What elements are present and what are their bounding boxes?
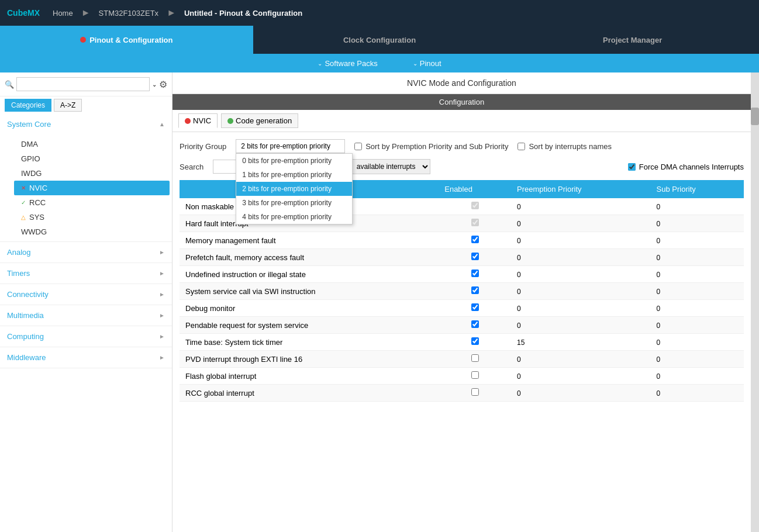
interrupt-enabled-checkbox-11[interactable] [471, 388, 479, 396]
section-header-connectivity[interactable]: Connectivity ► [0, 284, 172, 305]
interrupt-preemption-2[interactable] [511, 232, 651, 249]
interrupt-preemption-9[interactable] [511, 351, 651, 368]
table-row: System service call via SWI instruction [180, 283, 744, 300]
table-row: Undefined instruction or illegal state [180, 266, 744, 283]
interrupt-preemption-4[interactable] [511, 266, 651, 283]
interrupt-sub-1[interactable] [651, 215, 744, 232]
dropdown-item-1[interactable]: 1 bits for pre-emption priority [236, 168, 352, 182]
dropdown-item-2[interactable]: 2 bits for pre-emption priority [236, 182, 352, 196]
breadcrumb-home[interactable]: Home [47, 6, 79, 20]
search-input[interactable] [16, 77, 150, 91]
tab-categories[interactable]: Categories [5, 99, 51, 112]
interrupt-sub-5[interactable] [651, 283, 744, 300]
interrupt-enabled-checkbox-9[interactable] [471, 354, 479, 362]
table-row: PVD interrupt through EXTI line 16 [180, 351, 744, 368]
interrupt-sub-7[interactable] [651, 317, 744, 334]
sidebar-item-sys[interactable]: △ SYS [14, 210, 172, 224]
interrupt-enabled-checkbox-10[interactable] [471, 371, 479, 379]
sidebar-item-nvic[interactable]: ✕ NVIC [14, 181, 170, 195]
interrupt-preemption-5[interactable] [511, 283, 651, 300]
interrupt-preemption-0[interactable] [511, 198, 651, 215]
interrupt-enabled-checkbox-0[interactable] [471, 202, 479, 209]
dropdown-item-3[interactable]: 3 bits for pre-emption priority [236, 196, 352, 210]
tab-project-manager[interactable]: Project Manager [506, 26, 759, 54]
section-header-multimedia[interactable]: Multimedia ► [0, 305, 172, 326]
sort-interrupts-group: Sort by interrupts names [518, 142, 612, 151]
sidebar-item-iwdg[interactable]: IWDG [14, 166, 172, 181]
sort-interrupts-checkbox[interactable] [518, 143, 525, 150]
interrupt-enabled-checkbox-3[interactable] [471, 253, 479, 260]
priority-group-select[interactable]: 0 bits for pre-emption priority 1 bits f… [236, 139, 345, 153]
item-label-wwdg: WWDG [21, 227, 47, 236]
interrupt-enabled-cell-0 [439, 198, 511, 215]
sidebar: 🔍 ⌄ ⚙ Categories A->Z System Core ▲ DMA … [0, 72, 172, 532]
interrupt-sub-6[interactable] [651, 300, 744, 317]
section-header-computing[interactable]: Computing ► [0, 326, 172, 347]
force-dma-checkbox[interactable] [628, 163, 636, 171]
interrupt-sub-3[interactable] [651, 249, 744, 266]
interrupt-preemption-8[interactable] [511, 334, 651, 351]
tab-clock-config[interactable]: Clock Configuration [253, 26, 506, 54]
right-scrollbar[interactable] [751, 72, 759, 532]
config-tab-nvic[interactable]: NVIC [178, 113, 218, 128]
interrupt-sub-2[interactable] [651, 232, 744, 249]
interrupt-enabled-checkbox-5[interactable] [471, 286, 479, 294]
section-header-middleware[interactable]: Middleware ► [0, 347, 172, 368]
sort-interrupts-label: Sort by interrupts names [529, 142, 612, 151]
interrupt-preemption-7[interactable] [511, 317, 651, 334]
interrupt-preemption-1[interactable] [511, 215, 651, 232]
force-dma-label: Force DMA channels Interrupts [639, 163, 744, 171]
sys-icon: △ [21, 214, 26, 220]
show-select[interactable]: available interrupts [349, 159, 430, 174]
gear-icon[interactable]: ⚙ [159, 79, 167, 90]
sidebar-item-wwdg[interactable]: WWDG [14, 224, 172, 239]
section-arrow-multimedia: ► [159, 312, 165, 319]
interrupt-enabled-checkbox-4[interactable] [471, 270, 479, 277]
nvic-content: Priority Group 0 bits for pre-emption pr… [172, 132, 751, 532]
sort-preemption-checkbox[interactable] [354, 143, 362, 150]
interrupt-enabled-checkbox-6[interactable] [471, 303, 479, 311]
tab-az[interactable]: A->Z [54, 99, 82, 112]
tab-pinout-config[interactable]: Pinout & Configuration [0, 26, 253, 54]
interrupt-sub-11[interactable] [651, 385, 744, 402]
interrupt-enabled-checkbox-8[interactable] [471, 337, 479, 345]
subnav-pinout[interactable]: ⌄ Pinout [413, 59, 441, 68]
interrupt-enabled-cell-5 [439, 283, 511, 300]
sidebar-item-rcc[interactable]: ✓ RCC [14, 195, 172, 210]
interrupt-enabled-checkbox-2[interactable] [471, 236, 479, 243]
interrupt-sub-4[interactable] [651, 266, 744, 283]
dropdown-item-0[interactable]: 0 bits for pre-emption priority [236, 154, 352, 168]
interrupt-sub-8[interactable] [651, 334, 744, 351]
config-tab-code-gen[interactable]: Code generation [221, 113, 298, 128]
interrupt-sub-0[interactable] [651, 198, 744, 215]
interrupt-name-11: RCC global interrupt [180, 385, 439, 402]
interrupt-sub-9[interactable] [651, 351, 744, 368]
section-header-timers[interactable]: Timers ► [0, 263, 172, 284]
interrupt-preemption-10[interactable] [511, 368, 651, 385]
scrollbar-thumb[interactable] [751, 108, 759, 125]
interrupt-preemption-11[interactable] [511, 385, 651, 402]
sidebar-item-gpio[interactable]: GPIO [14, 151, 172, 166]
interrupt-preemption-6[interactable] [511, 300, 651, 317]
interrupt-name-6: Debug monitor [180, 300, 439, 317]
priority-dropdown: 0 bits for pre-emption priority 1 bits f… [236, 153, 353, 224]
interrupt-enabled-checkbox-7[interactable] [471, 320, 479, 328]
breadcrumb-chip[interactable]: STM32F103ZETx [93, 6, 165, 20]
interrupt-enabled-checkbox-1[interactable] [471, 219, 479, 226]
interrupt-preemption-3[interactable] [511, 249, 651, 266]
breadcrumb-project[interactable]: Untitled - Pinout & Configuration [178, 6, 308, 20]
interrupt-enabled-cell-10 [439, 368, 511, 385]
interrupt-name-10: Flash global interrupt [180, 368, 439, 385]
tab-dot-pinout [80, 37, 86, 43]
subnav-software-packs[interactable]: ⌄ Software Packs [318, 59, 377, 68]
interrupt-sub-10[interactable] [651, 368, 744, 385]
dropdown-item-4[interactable]: 4 bits for pre-emption priority [236, 210, 352, 224]
interrupt-name-2: Memory management fault [180, 232, 439, 249]
interrupt-name-8: Time base: System tick timer [180, 334, 439, 351]
rcc-icon: ✓ [21, 199, 26, 206]
section-label-connectivity: Connectivity [7, 290, 49, 299]
sidebar-item-dma[interactable]: DMA [14, 137, 172, 151]
section-header-analog[interactable]: Analog ► [0, 242, 172, 262]
search-dropdown-chevron[interactable]: ⌄ [152, 81, 157, 88]
section-header-system-core[interactable]: System Core ▲ [0, 114, 172, 134]
